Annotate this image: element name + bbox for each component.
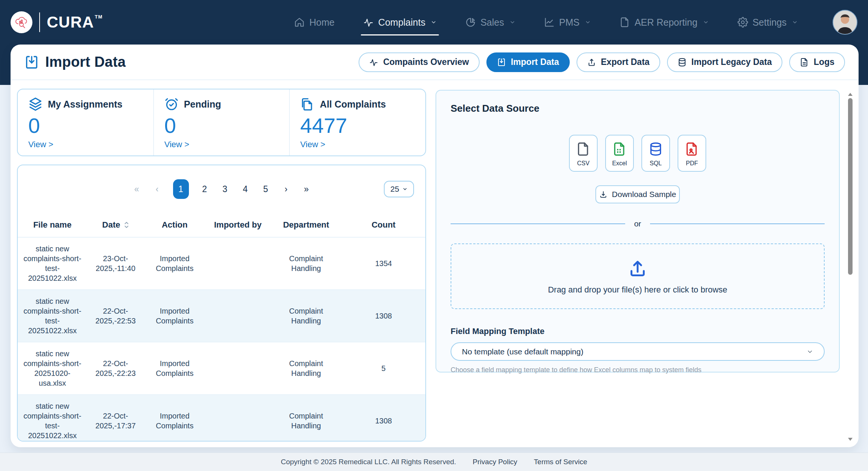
file-type-options: CSV Excel SQL PDF	[451, 135, 825, 172]
cell-department: Complaint Handling	[270, 237, 342, 289]
stat-value: 0	[28, 115, 143, 136]
export-data-button[interactable]: Export Data	[577, 52, 660, 72]
col-department: Department	[270, 213, 342, 237]
col-imported-by: Imported by	[205, 213, 270, 237]
col-count: Count	[342, 213, 425, 237]
export-icon	[587, 58, 596, 67]
import-data-button[interactable]: Import Data	[486, 52, 570, 72]
page-footer: Copyright © 2025 Remedical LLC. All Righ…	[0, 453, 868, 471]
sort-icon[interactable]	[124, 221, 129, 229]
layers-icon	[28, 97, 43, 111]
field-mapping-label: Field Mapping Template	[451, 326, 825, 336]
sql-database-icon	[649, 142, 663, 156]
excel-option[interactable]: Excel	[605, 135, 634, 172]
pdf-option[interactable]: PDF	[678, 135, 706, 172]
cell-file: static new complaints-short-test-2025102…	[18, 289, 87, 342]
cell-imported-by	[205, 342, 270, 394]
field-mapping-select[interactable]: No template (use default mapping)	[451, 342, 825, 361]
select-data-source-panel: Select Data Source CSV Excel SQL	[436, 90, 840, 372]
file-text-icon	[800, 58, 809, 67]
pagination-page-5[interactable]: 5	[261, 184, 270, 194]
vertical-scrollbar[interactable]	[847, 90, 854, 444]
cell-department: Complaint Handling	[270, 289, 342, 342]
scroll-up-arrow[interactable]	[847, 91, 854, 97]
chevron-down-icon	[431, 19, 437, 25]
import-tray-icon	[497, 58, 506, 67]
gear-icon	[738, 17, 748, 28]
table-row[interactable]: static new complaints-short-test-2025102…	[18, 394, 425, 442]
cell-date: 22-Oct-2025,-22:23	[87, 342, 144, 394]
type-label: CSV	[577, 160, 590, 167]
stat-value: 4477	[300, 115, 415, 136]
field-mapping-help: Choose a field mapping template to defin…	[451, 366, 825, 374]
stat-label: All Complaints	[320, 99, 386, 110]
divider-line	[650, 223, 825, 224]
col-action: Action	[144, 213, 205, 237]
file-dropzone[interactable]: Drag and drop your file(s) here or click…	[451, 243, 825, 309]
page-size-select[interactable]: 25	[384, 181, 414, 197]
nav-item-pms[interactable]: PMS	[544, 17, 591, 28]
nav-item-settings[interactable]: Settings	[738, 17, 798, 28]
logs-button[interactable]: Logs	[789, 52, 845, 72]
table-row[interactable]: static new complaints-short-test-2025102…	[18, 237, 425, 289]
pagination-prev-button[interactable]: ‹	[153, 184, 162, 194]
pagination-page-1[interactable]: 1	[173, 179, 189, 199]
user-avatar[interactable]	[833, 10, 857, 35]
pagination-next-button[interactable]: ›	[282, 184, 291, 194]
button-label: Export Data	[601, 57, 650, 67]
col-label: Count	[371, 220, 396, 230]
copies-icon	[300, 97, 314, 111]
line-chart-icon	[544, 17, 555, 28]
csv-option[interactable]: CSV	[569, 135, 598, 172]
view-link[interactable]: View >	[164, 140, 279, 149]
file-icon	[620, 17, 630, 28]
privacy-policy-link[interactable]: Privacy Policy	[473, 458, 517, 466]
brand-logo[interactable]: CURA TM	[11, 11, 103, 33]
button-label: Download Sample	[612, 190, 676, 199]
table-row[interactable]: static new complaints-short-20251020-usa…	[18, 342, 425, 394]
view-link[interactable]: View >	[300, 140, 415, 149]
nav-item-sales[interactable]: Sales	[465, 17, 515, 28]
nav-item-complaints[interactable]: Complaints	[363, 17, 437, 28]
activity-icon	[369, 58, 378, 67]
pagination-page-4[interactable]: 4	[241, 184, 250, 194]
terms-of-service-link[interactable]: Terms of Service	[534, 458, 587, 466]
pagination: « ‹ 1 2 3 4 5 › » 25	[18, 165, 425, 213]
cell-action: Imported Complaints	[144, 342, 205, 394]
stat-my-assignments: My Assignments 0 View >	[18, 89, 153, 155]
or-divider: or	[451, 219, 825, 228]
scrollbar-thumb[interactable]	[848, 98, 853, 275]
scroll-down-arrow[interactable]	[847, 436, 854, 442]
import-legacy-data-button[interactable]: Import Legacy Data	[667, 52, 782, 72]
cell-file: static new complaints-short-test-2025102…	[18, 394, 87, 442]
import-history-table: File name Date Action Imported by Depart…	[18, 213, 425, 442]
download-sample-button[interactable]: Download Sample	[595, 185, 680, 203]
pagination-first-button[interactable]: «	[132, 184, 141, 194]
table-header-row: File name Date Action Imported by Depart…	[18, 213, 425, 237]
import-tray-icon	[24, 55, 39, 70]
col-date[interactable]: Date	[87, 213, 144, 237]
cell-action: Imported Complaints	[144, 237, 205, 289]
chevron-down-icon	[807, 348, 813, 355]
nav-label: Complaints	[378, 17, 425, 28]
brand-name: CURA TM	[47, 13, 103, 31]
table-row[interactable]: static new complaints-short-test-2025102…	[18, 289, 425, 342]
cell-imported-by	[205, 394, 270, 442]
nav-item-aer-reporting[interactable]: AER Reporting	[620, 17, 709, 28]
pdf-file-icon	[685, 142, 699, 156]
complaints-overview-button[interactable]: Compaints Overview	[359, 52, 480, 72]
activity-icon	[363, 17, 374, 28]
col-label: Date	[102, 220, 120, 230]
view-link[interactable]: View >	[28, 140, 143, 149]
upload-icon	[627, 258, 648, 279]
nav-item-home[interactable]: Home	[294, 17, 334, 28]
pagination-page-3[interactable]: 3	[221, 184, 230, 194]
cell-date: 22-Oct-2025,-22:53	[87, 289, 144, 342]
nav-label: PMS	[559, 17, 580, 28]
home-icon	[294, 17, 305, 28]
pagination-page-2[interactable]: 2	[200, 184, 209, 194]
button-label: Logs	[814, 57, 834, 67]
sql-option[interactable]: SQL	[641, 135, 670, 172]
logo-separator	[39, 12, 40, 32]
pagination-last-button[interactable]: »	[302, 184, 311, 194]
